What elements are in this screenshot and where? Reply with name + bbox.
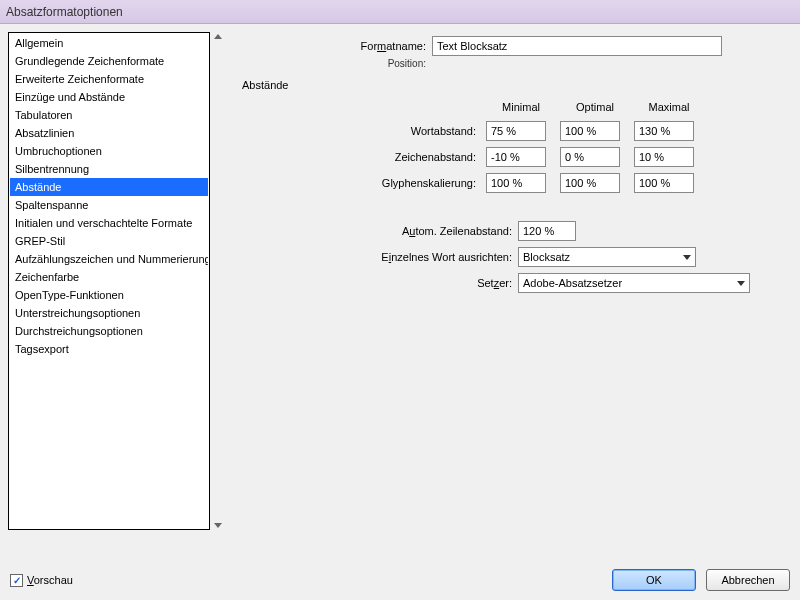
einzelnes-wort-value: Blocksatz	[523, 251, 570, 263]
position-label: Position:	[242, 58, 432, 69]
einzelnes-wort-row: Einzelnes Wort ausrichten: Blocksatz	[300, 247, 788, 267]
sidebar-item[interactable]: Initialen und verschachtelte Formate	[10, 214, 208, 232]
glyphenskalierung-min[interactable]	[486, 173, 546, 193]
dialog-footer: ✓ Vorschau OK Abbrechen	[0, 564, 800, 600]
col-optimal: Optimal	[560, 101, 630, 115]
zeichenabstand-min[interactable]	[486, 147, 546, 167]
sidebar-item[interactable]: Silbentrennung	[10, 160, 208, 178]
wortabstand-label: Wortabstand:	[302, 125, 482, 137]
sidebar-item[interactable]: Durchstreichungsoptionen	[10, 322, 208, 340]
dialog-body: AllgemeinGrundlegende ZeichenformateErwe…	[0, 24, 800, 564]
sidebar-item[interactable]: Grundlegende Zeichenformate	[10, 52, 208, 70]
category-list[interactable]: AllgemeinGrundlegende ZeichenformateErwe…	[8, 32, 210, 530]
section-title: Abstände	[242, 79, 788, 91]
auto-zeilenabstand-input[interactable]	[518, 221, 576, 241]
chevron-down-icon	[683, 255, 691, 260]
chevron-down-icon	[737, 281, 745, 286]
sidebar-item[interactable]: Abstände	[10, 178, 208, 196]
dialog-titlebar: Absatzformatoptionen	[0, 0, 800, 24]
preview-checkbox[interactable]: ✓ Vorschau	[10, 574, 73, 587]
sidebar-item[interactable]: Spaltenspanne	[10, 196, 208, 214]
setzer-label: Setzer:	[300, 277, 518, 289]
cancel-button[interactable]: Abbrechen	[706, 569, 790, 591]
sidebar-item[interactable]: Erweiterte Zeichenformate	[10, 70, 208, 88]
setzer-row: Setzer: Adobe-Absatzsetzer	[300, 273, 788, 293]
ok-button[interactable]: OK	[612, 569, 696, 591]
auto-zeilenabstand-row: Autom. Zeilenabstand:	[300, 221, 788, 241]
check-icon: ✓	[12, 576, 21, 585]
auto-zeilenabstand-label: Autom. Zeilenabstand:	[300, 225, 518, 237]
einzelnes-wort-label: Einzelnes Wort ausrichten:	[300, 251, 518, 263]
einzelnes-wort-select[interactable]: Blocksatz	[518, 247, 696, 267]
sidebar-item[interactable]: Zeichenfarbe	[10, 268, 208, 286]
wortabstand-opt[interactable]	[560, 121, 620, 141]
glyphenskalierung-max[interactable]	[634, 173, 694, 193]
glyphenskalierung-opt[interactable]	[560, 173, 620, 193]
sidebar-item[interactable]: Absatzlinien	[10, 124, 208, 142]
col-minimal: Minimal	[486, 101, 556, 115]
glyphenskalierung-label: Glyphenskalierung:	[302, 177, 482, 189]
sidebar-item[interactable]: Umbruchoptionen	[10, 142, 208, 160]
spacing-grid: Minimal Optimal Maximal Wortabstand: Zei…	[302, 101, 788, 193]
col-maximal: Maximal	[634, 101, 704, 115]
sidebar-item[interactable]: Tabulatoren	[10, 106, 208, 124]
sidebar-item[interactable]: Tagsexport	[10, 340, 208, 358]
setzer-select[interactable]: Adobe-Absatzsetzer	[518, 273, 750, 293]
sidebar-item[interactable]: Unterstreichungsoptionen	[10, 304, 208, 322]
sidebar-item[interactable]: Aufzählungszeichen und Nummerierung	[10, 250, 208, 268]
wortabstand-min[interactable]	[486, 121, 546, 141]
sidebar-item[interactable]: Allgemein	[10, 34, 208, 52]
zeichenabstand-opt[interactable]	[560, 147, 620, 167]
checkbox-box: ✓	[10, 574, 23, 587]
sidebar-item[interactable]: Einzüge und Abstände	[10, 88, 208, 106]
sidebar-wrap: AllgemeinGrundlegende ZeichenformateErwe…	[8, 32, 226, 564]
formatname-input[interactable]	[432, 36, 722, 56]
wortabstand-max[interactable]	[634, 121, 694, 141]
main-panel: Formatname: Position: Abstände Minimal O…	[238, 32, 792, 564]
sidebar-scroll-indicator	[210, 32, 226, 530]
sidebar-item[interactable]: GREP-Stil	[10, 232, 208, 250]
below-block: Autom. Zeilenabstand: Einzelnes Wort aus…	[300, 221, 788, 293]
zeichenabstand-label: Zeichenabstand:	[302, 151, 482, 163]
setzer-value: Adobe-Absatzsetzer	[523, 277, 622, 289]
preview-label: Vorschau	[27, 574, 73, 586]
sidebar-item[interactable]: OpenType-Funktionen	[10, 286, 208, 304]
formatname-row: Formatname:	[242, 36, 788, 56]
formatname-label: Formatname:	[242, 40, 432, 52]
zeichenabstand-max[interactable]	[634, 147, 694, 167]
dialog-title: Absatzformatoptionen	[6, 5, 123, 19]
scroll-up-icon[interactable]	[214, 34, 222, 39]
dialog-window: Absatzformatoptionen AllgemeinGrundlegen…	[0, 0, 800, 600]
position-row: Position:	[242, 58, 788, 69]
scroll-down-icon[interactable]	[214, 523, 222, 528]
